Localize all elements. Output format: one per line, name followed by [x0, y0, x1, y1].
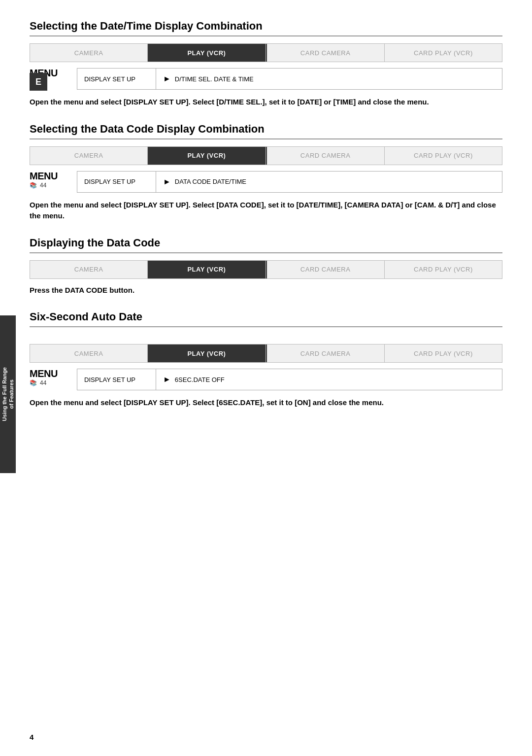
menu-label-2: MENU 📚 44	[30, 171, 69, 189]
mode-play-vcr-3: PLAY (VCR)	[148, 261, 266, 278]
mode-card-play-1: CARD PLAY (VCR)	[385, 44, 502, 62]
menu-content-left-1: DISPLAY SET UP	[77, 69, 156, 89]
mode-camera-2: CAMERA	[30, 147, 148, 165]
book-icon-4: 📚	[30, 379, 37, 386]
menu-page-2: 📚 44	[30, 182, 69, 189]
side-tab: Using the Full Rangeof Features	[0, 315, 16, 473]
mode-bar-data-code: CAMERA PLAY (VCR) CARD CAMERA CARD PLAY …	[30, 146, 502, 165]
menu-content-left-2: DISPLAY SET UP	[77, 172, 156, 192]
section-six-second: Six-Second Auto Date CAMERA PLAY (VCR) C…	[30, 310, 502, 409]
menu-word-4: MENU	[30, 369, 69, 378]
mode-card-play-4: CARD PLAY (VCR)	[385, 344, 502, 362]
section-data-code-select: Selecting the Data Code Display Combinat…	[30, 123, 502, 222]
body-text-2: Open the menu and select [DISPLAY SET UP…	[30, 200, 502, 222]
mode-play-vcr-2: PLAY (VCR)	[148, 147, 266, 165]
body-text-3: Press the DATA CODE button.	[30, 285, 502, 296]
menu-content-right-2: ► DATA CODE DATE/TIME	[156, 177, 253, 186]
mode-card-play-2: CARD PLAY (VCR)	[385, 147, 502, 165]
side-tab-text: Using the Full Rangeof Features	[1, 367, 15, 421]
section-title-six-second: Six-Second Auto Date	[30, 310, 502, 327]
mode-camera-1: CAMERA	[30, 44, 148, 62]
menu-content-right-4: ► 6SEC.DATE OFF	[156, 375, 232, 384]
spacer	[30, 334, 502, 344]
menu-content-right-1: ► D/TIME SEL. DATE & TIME	[156, 74, 261, 83]
body-text-1: Open the menu and select [DISPLAY SET UP…	[30, 97, 502, 108]
mode-card-camera-4: CARD CAMERA	[267, 344, 385, 362]
arrow-icon-4: ►	[163, 375, 171, 384]
menu-content-box-4: DISPLAY SET UP ► 6SEC.DATE OFF	[77, 369, 502, 390]
arrow-icon-1: ►	[163, 74, 171, 83]
mode-camera-3: CAMERA	[30, 261, 148, 278]
menu-content-box-2: DISPLAY SET UP ► DATA CODE DATE/TIME	[77, 171, 502, 193]
menu-content-left-4: DISPLAY SET UP	[77, 369, 156, 390]
menu-label-4: MENU 📚 44	[30, 369, 69, 386]
menu-word-2: MENU	[30, 171, 69, 181]
section-title-displaying: Displaying the Data Code	[30, 237, 502, 253]
mode-card-play-3: CARD PLAY (VCR)	[385, 261, 502, 278]
section-title-data-code: Selecting the Data Code Display Combinat…	[30, 123, 502, 139]
mode-camera-4: CAMERA	[30, 344, 148, 362]
menu-row-1: MENU 📚 44 DISPLAY SET UP ► D/TIME SEL. D…	[30, 68, 502, 90]
arrow-icon-2: ►	[163, 177, 171, 186]
menu-content-box-1: DISPLAY SET UP ► D/TIME SEL. DATE & TIME	[77, 68, 502, 90]
menu-row-2: MENU 📚 44 DISPLAY SET UP ► DATA CODE DAT…	[30, 171, 502, 193]
mode-card-camera-1: CARD CAMERA	[267, 44, 385, 62]
mode-card-camera-2: CARD CAMERA	[267, 147, 385, 165]
menu-page-4: 📚 44	[30, 379, 69, 386]
mode-bar-six-second: CAMERA PLAY (VCR) CARD CAMERA CARD PLAY …	[30, 344, 502, 363]
mode-bar-displaying: CAMERA PLAY (VCR) CARD CAMERA CARD PLAY …	[30, 260, 502, 279]
section-displaying: Displaying the Data Code CAMERA PLAY (VC…	[30, 237, 502, 296]
page-number: 4	[30, 733, 33, 741]
mode-play-vcr-1: PLAY (VCR)	[148, 44, 266, 62]
menu-row-4: MENU 📚 44 DISPLAY SET UP ► 6SEC.DATE OFF	[30, 369, 502, 390]
mode-play-vcr-4: PLAY (VCR)	[148, 344, 266, 362]
e-marker: E	[30, 73, 47, 91]
body-text-4: Open the menu and select [DISPLAY SET UP…	[30, 397, 502, 409]
mode-bar-date-time: CAMERA PLAY (VCR) CARD CAMERA CARD PLAY …	[30, 43, 502, 62]
section-date-time: Selecting the Date/Time Display Combinat…	[30, 20, 502, 108]
book-icon-2: 📚	[30, 182, 37, 189]
section-title-date-time: Selecting the Date/Time Display Combinat…	[30, 20, 502, 36]
mode-card-camera-3: CARD CAMERA	[267, 261, 385, 278]
